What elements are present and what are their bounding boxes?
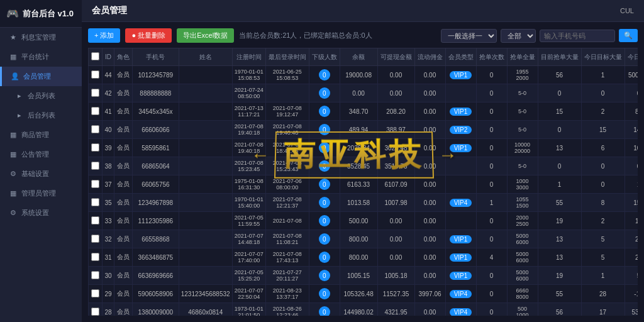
row-checkbox[interactable] bbox=[91, 107, 99, 115]
row-checkbox-cell[interactable] bbox=[89, 267, 103, 285]
cell-name bbox=[179, 84, 232, 103]
status-select[interactable]: 全部 bbox=[501, 29, 536, 43]
cell-max-today: -10.00 bbox=[625, 285, 638, 303]
cell-order-count: 0 bbox=[476, 103, 507, 121]
batch-delete-button[interactable]: ● 批量删除 bbox=[125, 28, 172, 43]
row-checkbox-cell[interactable] bbox=[89, 139, 103, 157]
row-checkbox[interactable] bbox=[91, 162, 99, 170]
row-checkbox[interactable] bbox=[91, 216, 99, 225]
row-checkbox-cell[interactable] bbox=[89, 285, 103, 303]
row-checkbox[interactable] bbox=[91, 235, 99, 243]
cell-sub: 0 bbox=[309, 267, 340, 285]
role-select[interactable]: 一般选择一 全部 bbox=[441, 29, 497, 43]
cell-role: 会员 bbox=[114, 303, 133, 316]
cell-last: 2021-07-2720:11:27 bbox=[265, 267, 309, 285]
cell-target-high: 0 bbox=[538, 157, 581, 175]
sidebar-item-members[interactable]: 👤 会员管理 bbox=[0, 67, 82, 86]
row-checkbox-cell[interactable] bbox=[89, 212, 103, 230]
cell-balance: 800.00 bbox=[340, 230, 377, 248]
cell-reg: 2021-07-0815:23:45 bbox=[232, 157, 265, 175]
row-checkbox[interactable] bbox=[91, 308, 99, 316]
row-checkbox[interactable] bbox=[91, 89, 99, 97]
cell-target-high: 0 bbox=[538, 84, 581, 103]
row-checkbox[interactable] bbox=[91, 271, 99, 279]
cell-target-high: 13 bbox=[538, 139, 581, 157]
cell-vip bbox=[445, 157, 476, 175]
stats-icon: ▦ bbox=[9, 53, 18, 61]
cell-order-count: 0 bbox=[476, 267, 507, 285]
cell-vip: VIP1 bbox=[445, 230, 476, 248]
cell-vip bbox=[445, 175, 476, 194]
cell-commission: 0.00 bbox=[414, 103, 445, 121]
table-row: 30 会员 6636969666 2021-07-0515:25:20 2021… bbox=[89, 267, 638, 285]
cell-role: 会员 bbox=[114, 157, 133, 175]
cell-vip bbox=[445, 84, 476, 103]
cell-today-target: 1 bbox=[581, 267, 625, 285]
cell-target-high: 19 bbox=[538, 212, 581, 230]
cell-today-target: 15 bbox=[581, 121, 625, 139]
cell-id: 28 bbox=[103, 303, 114, 316]
member-icon: 👤 bbox=[11, 72, 19, 80]
sidebar-item-backend-list[interactable]: ▸ 后台列表 bbox=[0, 106, 82, 125]
sidebar-item-stats[interactable]: ▦ 平台统计 bbox=[0, 47, 82, 67]
select-all-checkbox[interactable] bbox=[91, 52, 99, 60]
search-input[interactable] bbox=[540, 30, 615, 42]
cell-today-target: 1 bbox=[581, 66, 625, 84]
sidebar-item-products[interactable]: ▦ 商品管理 bbox=[0, 125, 82, 145]
sidebar-item-admin[interactable]: ▦ 管理员管理 bbox=[0, 184, 82, 203]
cell-order-total: 5001000 bbox=[507, 303, 538, 316]
add-button[interactable]: + 添加 bbox=[88, 28, 120, 43]
row-checkbox-cell[interactable] bbox=[89, 66, 103, 84]
row-checkbox[interactable] bbox=[91, 125, 99, 133]
cell-vip: VIP1 bbox=[445, 267, 476, 285]
row-checkbox-cell[interactable] bbox=[89, 157, 103, 175]
row-checkbox[interactable] bbox=[91, 143, 99, 152]
table-row: 33 会员 1112305986 2021-07-0511:59:55 2021… bbox=[89, 212, 638, 230]
row-checkbox-cell[interactable] bbox=[89, 303, 103, 316]
sidebar-item-system[interactable]: ⚙ 系统设置 bbox=[0, 203, 82, 223]
cell-last: 2021-08-2612:23:46 bbox=[265, 303, 309, 316]
row-checkbox[interactable] bbox=[91, 180, 99, 188]
sidebar-item-basic-settings[interactable]: ⚙ 基础设置 bbox=[0, 164, 82, 184]
cell-sub: 0 bbox=[309, 103, 340, 121]
row-checkbox-cell[interactable] bbox=[89, 230, 103, 248]
sidebar-item-announcements[interactable]: ▦ 公告管理 bbox=[0, 145, 82, 164]
export-button[interactable]: 导出Excel数据 bbox=[177, 28, 234, 43]
row-checkbox-cell[interactable] bbox=[89, 194, 103, 212]
cell-reg: 2021-07-0515:25:20 bbox=[232, 267, 265, 285]
cell-max-today: 0.00 bbox=[625, 157, 638, 175]
sidebar-item-interest[interactable]: ★ 利息宝管理 bbox=[0, 28, 82, 47]
row-checkbox[interactable] bbox=[91, 70, 99, 79]
toolbar-filters: 一般选择一 全部 全部 🔍 bbox=[441, 29, 638, 43]
cell-phone: 66558868 bbox=[133, 230, 179, 248]
cell-last: 2021-07-0812:21:37 bbox=[265, 194, 309, 212]
cell-phone: 34545x345x bbox=[133, 103, 179, 121]
cell-order-count: 0 bbox=[476, 66, 507, 84]
cell-order-total: 1000020000 bbox=[507, 139, 538, 157]
sidebar-item-label: 管理员管理 bbox=[21, 189, 56, 198]
cell-role: 会员 bbox=[114, 212, 133, 230]
search-button[interactable]: 🔍 bbox=[619, 29, 638, 42]
row-checkbox[interactable] bbox=[91, 198, 99, 206]
row-checkbox-cell[interactable] bbox=[89, 84, 103, 103]
table-row: 39 会员 58595861 2021-07-0819:40:18 2021-0… bbox=[89, 139, 638, 157]
row-checkbox-cell[interactable] bbox=[89, 175, 103, 194]
cell-id: 39 bbox=[103, 139, 114, 157]
cell-id: 41 bbox=[103, 103, 114, 121]
row-checkbox[interactable] bbox=[91, 289, 99, 297]
cell-withdraw: 3026.48 bbox=[377, 139, 414, 157]
cell-name bbox=[179, 230, 232, 248]
cell-today-target: 0 bbox=[581, 157, 625, 175]
sidebar-item-member-list[interactable]: ▸ 会员列表 bbox=[0, 86, 82, 106]
row-checkbox-cell[interactable] bbox=[89, 248, 103, 267]
row-checkbox[interactable] bbox=[91, 253, 99, 261]
cell-phone: 3663486875 bbox=[133, 248, 179, 267]
cell-id: 30 bbox=[103, 267, 114, 285]
cell-commission: 0.00 bbox=[414, 248, 445, 267]
cell-role: 会员 bbox=[114, 248, 133, 267]
cell-order-count: 0 bbox=[476, 285, 507, 303]
row-checkbox-cell[interactable] bbox=[89, 121, 103, 139]
cell-name bbox=[179, 103, 232, 121]
row-checkbox-cell[interactable] bbox=[89, 103, 103, 121]
settings-icon: ⚙ bbox=[9, 170, 18, 178]
